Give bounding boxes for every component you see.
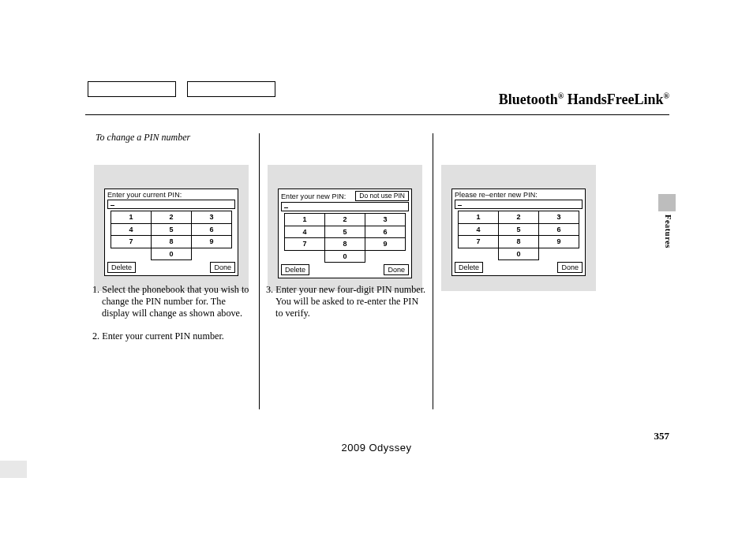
header-placeholder-box [187,81,275,97]
keypad-key-8: 8 [152,236,192,248]
keypad-key-4: 4 [285,226,325,238]
step-3-text: 3. Enter your new four-digit PIN number.… [266,284,428,319]
keypad-key-7: 7 [285,238,325,251]
keypad-key-1: 1 [459,211,499,224]
pin-entry-field [281,202,409,211]
title-part-1: Bluetooth [499,91,558,107]
do-not-use-pin-button: Do not use PIN [355,191,409,201]
keypad-key-4: 4 [111,223,152,236]
title-part-2: HandsFreeLink [564,91,663,107]
keypad-blank [111,248,152,260]
done-button: Done [384,264,409,275]
step-2-text: 2. Enter your current PIN number. [92,330,254,342]
screen-background: Enter your current PIN: 1 2 3 4 5 6 [94,165,249,291]
header-placeholder-boxes [88,81,275,97]
keypad-key-1: 1 [111,211,152,224]
screen-illustration-3: Please re–enter new PIN: 1 2 3 4 5 6 [441,149,596,291]
keypad-key-3: 3 [539,211,579,224]
screen-background: Please re–enter new PIN: 1 2 3 4 5 6 [441,165,596,291]
keypad-blank [459,248,499,260]
keypad-key-9: 9 [539,236,579,248]
keypad-key-9: 9 [192,236,232,248]
keypad-key-5: 5 [152,223,192,236]
header-placeholder-box [88,81,176,97]
pin-entry-screen: Please re–enter new PIN: 1 2 3 4 5 6 [451,189,586,276]
column-2-instructions: 3. Enter your new four-digit PIN number.… [266,284,428,319]
screen-prompt: Please re–enter new PIN: [455,191,538,199]
screen-bottom-row: Delete Done [452,262,585,275]
screen-prompt: Enter your new PIN: [281,192,346,200]
keypad-key-8: 8 [325,238,365,251]
keypad-key-5: 5 [325,226,365,238]
keypad-key-0: 0 [152,248,192,260]
keypad-blank [285,250,325,263]
registered-mark: ® [664,91,669,100]
keypad-blank [365,250,406,263]
screen-titlebar: Please re–enter new PIN: [452,189,585,200]
column-1-instructions: 1. Select the phonebook that you wish to… [92,284,254,353]
keypad-key-9: 9 [365,238,406,251]
keypad-key-6: 6 [192,223,232,236]
delete-button: Delete [281,264,309,275]
section-subtitle: To change a PIN number [96,132,190,144]
delete-button: Delete [107,262,136,273]
keypad-key-3: 3 [365,214,406,226]
keypad: 1 2 3 4 5 6 7 8 9 [458,211,579,260]
keypad-key-4: 4 [459,223,499,236]
screen-titlebar: Enter your current PIN: [105,189,238,200]
pin-entry-field [107,200,235,209]
keypad-key-7: 7 [111,236,152,248]
keypad-key-3: 3 [192,211,232,224]
page-title: Bluetooth® HandsFreeLink® [499,91,669,108]
screen-illustration-1: Enter your current PIN: 1 2 3 4 5 6 [94,149,249,291]
keypad-key-1: 1 [285,214,325,226]
screen-prompt: Enter your current PIN: [107,191,182,199]
keypad-key-0: 0 [499,248,539,260]
keypad-key-7: 7 [459,236,499,248]
keypad-key-2: 2 [325,214,365,226]
keypad: 1 2 3 4 5 6 7 8 9 [284,213,406,263]
column-separator [433,133,433,409]
step-1-text: 1. Select the phonebook that you wish to… [92,284,254,319]
section-tab-label: Features [664,215,672,248]
keypad: 1 2 3 4 5 6 7 8 9 [111,211,232,260]
keypad-key-0: 0 [325,250,365,263]
screen-titlebar: Enter your new PIN: Do not use PIN [279,189,411,202]
keypad-key-2: 2 [499,211,539,224]
screen-bottom-row: Delete Done [279,264,411,278]
screen-background: Enter your new PIN: Do not use PIN 1 2 3… [268,165,422,291]
left-edge-marker [0,461,27,478]
header-rule [85,114,669,115]
page-number: 357 [654,430,670,442]
keypad-key-5: 5 [499,223,539,236]
keypad-blank [192,248,232,260]
column-separator [259,133,260,409]
keypad-blank [539,248,579,260]
keypad-key-6: 6 [365,226,406,238]
footer-text: 2009 Odyssey [0,442,753,454]
manual-page: Bluetooth® HandsFreeLink® To change a PI… [0,0,753,560]
pin-entry-field [455,200,583,209]
pin-entry-screen: Enter your new PIN: Do not use PIN 1 2 3… [278,189,412,278]
screen-illustration-2: Enter your new PIN: Do not use PIN 1 2 3… [268,149,422,291]
pin-entry-screen: Enter your current PIN: 1 2 3 4 5 6 [104,189,238,276]
keypad-key-6: 6 [539,223,579,236]
keypad-key-2: 2 [152,211,192,224]
done-button: Done [210,262,235,273]
delete-button: Delete [455,262,483,273]
screen-bottom-row: Delete Done [105,262,238,275]
keypad-key-8: 8 [499,236,539,248]
section-tab-marker [658,194,676,211]
done-button: Done [557,262,583,273]
